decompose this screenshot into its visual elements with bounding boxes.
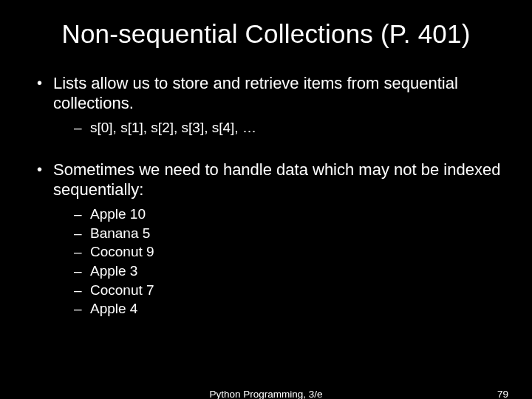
sub-bullet-item: Apple 10	[74, 205, 511, 224]
sub-bullet-text: Banana 5	[90, 225, 150, 241]
bullet-list: Sometimes we need to handle data which m…	[21, 160, 511, 318]
sub-bullet-item: Apple 4	[74, 299, 511, 318]
sub-bullet-item: Coconut 7	[74, 281, 511, 300]
footer-center-text: Python Programming, 3/e	[0, 389, 532, 399]
sub-bullet-item: Banana 5	[74, 224, 511, 243]
sub-bullet-text: Apple 10	[90, 206, 146, 222]
sub-bullet-text: s[0], s[1], s[2], s[3], s[4], …	[90, 120, 256, 135]
sub-bullet-item: Apple 3	[74, 262, 511, 281]
spacer	[21, 143, 511, 160]
sub-bullet-text: Coconut 9	[90, 244, 154, 259]
bullet-list: Lists allow us to store and retrieve ite…	[21, 74, 511, 137]
sub-bullet-item: s[0], s[1], s[2], s[3], s[4], …	[74, 118, 511, 137]
slide: Non-sequential Collections (P. 401) List…	[0, 0, 532, 399]
slide-title: Non-sequential Collections (P. 401)	[21, 19, 511, 49]
sub-bullet-text: Apple 3	[90, 263, 137, 279]
sub-bullet-list: Apple 10 Banana 5 Coconut 9 Apple 3 Coco…	[53, 205, 511, 318]
bullet-text: Sometimes we need to handle data which m…	[53, 160, 500, 199]
sub-bullet-list: s[0], s[1], s[2], s[3], s[4], …	[53, 118, 511, 137]
bullet-text: Lists allow us to store and retrieve ite…	[53, 74, 458, 112]
sub-bullet-item: Coconut 9	[74, 242, 511, 262]
sub-bullet-text: Apple 4	[90, 301, 137, 316]
page-number: 79	[497, 389, 508, 399]
bullet-item: Lists allow us to store and retrieve ite…	[37, 74, 511, 137]
bullet-item: Sometimes we need to handle data which m…	[37, 160, 511, 318]
sub-bullet-text: Coconut 7	[90, 282, 154, 298]
